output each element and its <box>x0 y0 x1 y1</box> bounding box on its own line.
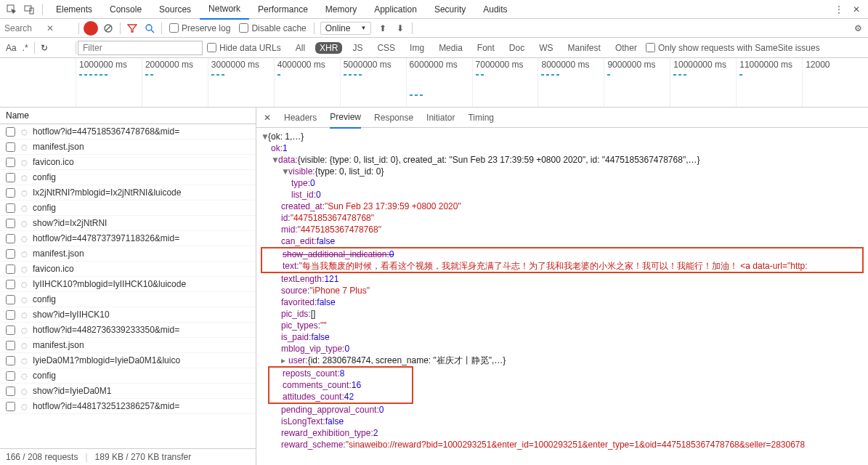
network-toolbar: ✕ Preserve log Disable cache Online▼ ⬆ ⬇… <box>0 19 868 38</box>
request-row[interactable]: ◌manifest.json <box>0 246 256 262</box>
tab-initiator[interactable]: Initiator <box>426 113 455 123</box>
tab-timing[interactable]: Timing <box>468 113 494 123</box>
search-icon[interactable] <box>142 21 157 36</box>
request-row[interactable]: ◌IyIIHCK10?mblogid=IyIIHCK10&luicode <box>0 277 256 292</box>
type-font[interactable]: Font <box>473 42 499 54</box>
request-row[interactable]: ◌favicon.ico <box>0 155 256 170</box>
type-all[interactable]: All <box>291 42 309 54</box>
request-row[interactable]: ◌manifest.json <box>0 140 256 155</box>
request-row[interactable]: ◌hotflow?id=4475185367478768&mid= <box>0 124 256 140</box>
match-case[interactable]: Aa <box>6 43 17 53</box>
search-input[interactable] <box>4 23 42 33</box>
request-row[interactable]: ◌show?id=IyIIHCK10 <box>0 307 256 323</box>
row-checkbox[interactable] <box>6 142 15 152</box>
clear-icon[interactable] <box>101 21 115 36</box>
tab-console[interactable]: Console <box>101 0 150 19</box>
request-count: 166 / 208 requests <box>6 452 78 462</box>
type-xhr[interactable]: XHR <box>315 42 342 54</box>
type-js[interactable]: JS <box>348 42 367 54</box>
row-checkbox[interactable] <box>6 249 15 259</box>
status-icon: ◌ <box>20 296 28 304</box>
regex-icon[interactable]: .* <box>23 43 28 53</box>
request-row[interactable]: ◌config <box>0 368 256 384</box>
clear-search-icon[interactable]: ✕ <box>46 23 54 33</box>
tab-audits[interactable]: Audits <box>474 0 516 19</box>
tab-response[interactable]: Response <box>374 113 413 123</box>
row-checkbox[interactable] <box>6 234 15 243</box>
tab-headers[interactable]: Headers <box>284 113 317 123</box>
tab-elements[interactable]: Elements <box>47 0 101 19</box>
tab-sources[interactable]: Sources <box>150 0 200 19</box>
samesite-filter[interactable]: Only show requests with SameSite issues <box>646 43 820 53</box>
json-preview[interactable]: ▼{ok: 1,…} ok: 1 ▼data: {visible: {type:… <box>256 128 868 465</box>
row-checkbox[interactable] <box>6 326 15 335</box>
type-other[interactable]: Other <box>611 42 641 54</box>
type-css[interactable]: CSS <box>373 42 399 54</box>
type-manifest[interactable]: Manifest <box>564 42 605 54</box>
row-checkbox[interactable] <box>6 402 15 411</box>
request-row[interactable]: ◌show?id=IyieDa0M1 <box>0 384 256 399</box>
row-checkbox[interactable] <box>6 341 15 350</box>
type-img[interactable]: Img <box>405 42 429 54</box>
request-name: manifest.json <box>33 142 84 152</box>
type-media[interactable]: Media <box>434 42 467 54</box>
row-checkbox[interactable] <box>6 310 15 320</box>
request-row[interactable]: ◌hotflow?id=4478737397118326&mid= <box>0 231 256 246</box>
row-checkbox[interactable] <box>6 127 15 137</box>
tab-application[interactable]: Application <box>365 0 426 19</box>
row-checkbox[interactable] <box>6 356 15 365</box>
request-row[interactable]: ◌hotflow?id=4481732512386257&mid= <box>0 399 256 414</box>
request-row[interactable]: ◌config <box>0 170 256 185</box>
request-row[interactable]: ◌show?id=Ix2jNtRNI <box>0 216 256 231</box>
request-name: hotflow?id=4482736339233350&mid= <box>33 325 179 335</box>
filter-input[interactable] <box>78 41 203 55</box>
row-checkbox[interactable] <box>6 387 15 396</box>
tab-memory[interactable]: Memory <box>317 0 365 19</box>
record-icon[interactable] <box>84 21 98 36</box>
row-checkbox[interactable] <box>6 280 15 289</box>
request-row[interactable]: ◌manifest.json <box>0 338 256 353</box>
request-name: show?id=IyieDa0M1 <box>33 386 111 396</box>
status-icon: ◌ <box>20 204 28 212</box>
status-icon: ◌ <box>20 189 28 197</box>
request-row[interactable]: ◌IyieDa0M1?mblogid=IyieDa0M1&luico <box>0 353 256 368</box>
row-checkbox[interactable] <box>6 203 15 213</box>
hide-data-urls[interactable]: Hide data URLs <box>207 43 281 53</box>
type-doc[interactable]: Doc <box>505 42 529 54</box>
more-icon[interactable]: ⋮ <box>833 4 845 15</box>
tab-preview[interactable]: Preview <box>330 108 361 129</box>
svg-line-7 <box>151 30 154 33</box>
preserve-log[interactable]: Preserve log <box>169 23 230 33</box>
filter-icon[interactable] <box>125 21 139 36</box>
close-details-icon[interactable]: ✕ <box>264 113 271 123</box>
request-row[interactable]: ◌Ix2jNtRNI?mblogid=Ix2jNtRNI&luicode <box>0 185 256 201</box>
request-row[interactable]: ◌favicon.ico <box>0 262 256 277</box>
tab-network[interactable]: Network <box>200 0 249 20</box>
throttling-select[interactable]: Online▼ <box>320 22 372 35</box>
row-checkbox[interactable] <box>6 188 15 198</box>
row-checkbox[interactable] <box>6 264 15 274</box>
name-header[interactable]: Name <box>0 108 256 124</box>
row-checkbox[interactable] <box>6 173 15 182</box>
row-checkbox[interactable] <box>6 158 15 167</box>
row-checkbox[interactable] <box>6 295 15 304</box>
device-icon[interactable] <box>23 4 35 15</box>
upload-icon[interactable]: ⬆ <box>376 21 390 36</box>
close-icon[interactable]: ✕ <box>851 4 862 15</box>
download-icon[interactable]: ⬇ <box>393 21 407 36</box>
row-checkbox[interactable] <box>6 219 15 228</box>
inspect-icon[interactable] <box>6 4 17 15</box>
request-name: config <box>33 203 56 213</box>
request-row[interactable]: ◌config <box>0 201 256 216</box>
tab-security[interactable]: Security <box>426 0 474 19</box>
request-row[interactable]: ◌hotflow?id=4482736339233350&mid= <box>0 323 256 338</box>
disable-cache[interactable]: Disable cache <box>239 23 306 33</box>
request-row[interactable]: ◌config <box>0 292 256 307</box>
status-icon: ◌ <box>20 158 28 166</box>
tab-performance[interactable]: Performance <box>249 0 317 19</box>
timeline[interactable]: 1000000 ms 2000000 ms 3000000 ms 4000000… <box>0 58 868 108</box>
gear-icon[interactable]: ⚙ <box>854 23 868 33</box>
refresh-icon[interactable]: ↻ <box>41 43 48 53</box>
row-checkbox[interactable] <box>6 371 15 381</box>
type-ws[interactable]: WS <box>535 42 557 54</box>
